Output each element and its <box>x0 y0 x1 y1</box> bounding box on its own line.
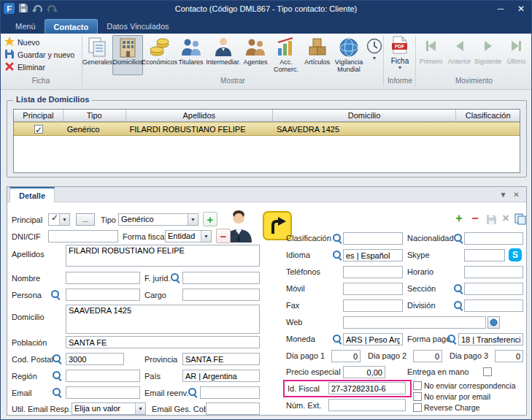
tab-contacto[interactable]: Contacto <box>45 19 99 34</box>
seccion-lookup-icon[interactable] <box>454 284 463 294</box>
delete-button[interactable]: Eliminar <box>2 61 80 73</box>
column-header-clasificacion[interactable]: Clasificación <box>456 110 520 121</box>
ribbon-button-articulos[interactable]: Artículos <box>302 35 332 75</box>
column-header-tipo[interactable]: Tipo <box>63 110 126 121</box>
division-input[interactable] <box>464 299 523 312</box>
tab-detalle[interactable]: Detalle <box>9 187 55 202</box>
poblacion-input[interactable] <box>66 336 260 348</box>
ribbon-button-generales[interactable]: Generales <box>82 35 112 75</box>
quick-save-icon[interactable] <box>18 3 28 15</box>
forma-pago-input[interactable] <box>458 333 523 345</box>
column-header-domicilio[interactable]: Domicilio <box>273 110 456 121</box>
next-record-button[interactable]: Siguiente <box>474 37 502 65</box>
f-jurid-input[interactable] <box>182 272 260 284</box>
open-web-button[interactable] <box>487 316 500 329</box>
email-input[interactable] <box>66 386 140 399</box>
collapse-panel-button[interactable]: ▼ <box>498 189 509 200</box>
moneda-lookup-icon[interactable] <box>333 335 342 344</box>
add-record-button[interactable]: + <box>452 212 466 225</box>
f-jurid-lookup-icon[interactable] <box>171 273 180 283</box>
table-row[interactable]: Genérico FILARDI ROBUSTIANO FELIPE SAAVE… <box>14 122 520 136</box>
tab-datos-vinculados[interactable]: Datos Vinculados <box>98 19 177 34</box>
nacionalidad-lookup-icon[interactable] <box>454 234 463 243</box>
save-and-new-button[interactable]: Guardar y nuevo <box>2 48 80 61</box>
new-button[interactable]: Nuevo <box>2 36 80 48</box>
cargo-input[interactable] <box>182 289 260 301</box>
tab-menu[interactable]: Menú <box>7 19 45 34</box>
add-type-button[interactable]: + <box>203 212 217 226</box>
skype-input[interactable] <box>464 249 505 261</box>
remove-type-button[interactable]: − <box>216 229 231 243</box>
ribbon-button-economicos[interactable]: Económicos <box>143 35 176 75</box>
cod-postal-lookup-icon[interactable] <box>53 354 62 364</box>
pais-input[interactable] <box>182 370 260 382</box>
column-header-apellidos[interactable]: Apellidos <box>126 110 273 121</box>
last-record-button[interactable]: Último <box>502 37 531 65</box>
dni-input[interactable] <box>48 230 118 243</box>
domicilio-input[interactable]: SAAVEDRA 1425 <box>66 305 260 334</box>
reverse-charge-checkbox[interactable] <box>413 403 422 412</box>
copy-record-button[interactable] <box>514 213 527 226</box>
no-email-checkbox[interactable] <box>413 392 422 401</box>
history-dropdown-button[interactable]: ▼ <box>366 35 383 61</box>
precio-especial-input[interactable] <box>343 366 385 378</box>
region-input[interactable] <box>66 370 140 382</box>
num-ext-input[interactable] <box>328 399 406 411</box>
ribbon-button-domicilios[interactable]: Domicilios <box>112 35 143 75</box>
skype-icon[interactable]: S <box>509 248 522 261</box>
entrega-checkbox[interactable] <box>483 367 492 376</box>
email-lookup-icon[interactable] <box>53 388 62 397</box>
cod-postal-input[interactable] <box>66 353 124 365</box>
web-input[interactable] <box>343 316 486 329</box>
save-record-button[interactable] <box>485 213 498 226</box>
provincia-input[interactable] <box>182 353 260 365</box>
email-reenv-lookup-icon[interactable] <box>188 388 198 397</box>
seccion-input[interactable] <box>464 283 523 295</box>
clasificacion-input[interactable] <box>343 232 403 245</box>
close-panel-button[interactable]: ✕ <box>511 189 522 200</box>
clasificacion-lookup-icon[interactable] <box>333 234 342 243</box>
no-correspondencia-checkbox[interactable] <box>413 381 422 390</box>
nombre-input[interactable] <box>66 272 140 284</box>
ribbon-button-acc-comerc[interactable]: Acc. Comerc. <box>270 35 302 75</box>
cancel-edit-button[interactable]: × <box>499 212 512 225</box>
movil-input[interactable] <box>343 283 403 295</box>
redo-icon[interactable] <box>47 4 58 15</box>
email-ges-input[interactable] <box>206 402 260 415</box>
dia-pago1-input[interactable] <box>331 350 361 362</box>
dia-pago2-input[interactable] <box>413 350 442 362</box>
tipo-combo[interactable]: Genérico ▼ <box>118 213 198 226</box>
more-options-button[interactable]: ... <box>76 213 95 226</box>
persona-input[interactable] <box>66 289 140 301</box>
idioma-lookup-icon[interactable] <box>333 251 342 260</box>
persona-lookup-icon[interactable] <box>51 290 61 299</box>
telefonos-input[interactable] <box>343 266 403 278</box>
minimize-button[interactable]: ─ <box>490 1 511 17</box>
principal-row-checkbox[interactable] <box>34 125 43 134</box>
id-fiscal-input[interactable] <box>328 382 406 394</box>
ribbon-button-intermediar[interactable]: Intermediar. <box>206 35 241 75</box>
region-lookup-icon[interactable] <box>53 371 62 381</box>
ribbon-button-vigilancia-mundial[interactable]: Vigilancia Mundial <box>332 35 366 75</box>
first-record-button[interactable]: Primero <box>417 37 445 65</box>
ribbon-button-agentes[interactable]: Agentes <box>241 35 270 75</box>
undo-icon[interactable] <box>32 4 43 15</box>
division-lookup-icon[interactable] <box>454 301 463 310</box>
column-header-principal[interactable]: Principal <box>14 110 63 121</box>
apellidos-input[interactable]: FILARDI ROBUSTIANO FELIPE <box>66 245 260 267</box>
email-reenv-input[interactable] <box>200 386 260 399</box>
horario-input[interactable] <box>464 266 523 278</box>
moneda-input[interactable] <box>343 333 403 345</box>
dia-pago3-input[interactable] <box>495 350 523 362</box>
previous-record-button[interactable]: Anterior <box>445 37 474 65</box>
close-button[interactable]: ✕ <box>511 1 531 17</box>
idioma-input[interactable] <box>343 249 403 261</box>
ribbon-button-titulares[interactable]: Titulares <box>176 35 206 75</box>
forma-pago-lookup-icon[interactable] <box>447 335 457 344</box>
fax-input[interactable] <box>343 299 403 312</box>
remove-record-button[interactable]: − <box>469 212 482 225</box>
forma-fiscal-combo[interactable]: Entidad ▼ <box>165 230 212 243</box>
nacionalidad-input[interactable] <box>464 232 523 245</box>
principal-check-combo[interactable]: ▼ <box>48 213 70 226</box>
util-email-combo[interactable]: Elija un valor ▼ <box>72 402 146 415</box>
